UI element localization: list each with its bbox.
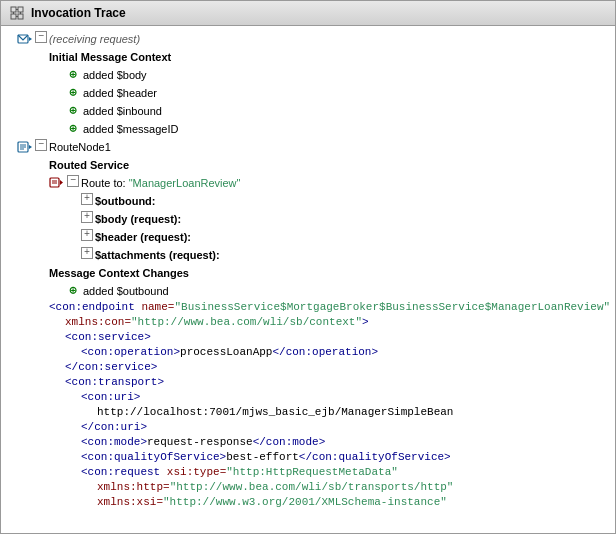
initial-message-context-header: Initial Message Context: [1, 48, 615, 66]
xml-line-2: xmlns:con="http://www.bea.com/wli/sb/con…: [49, 315, 615, 330]
trace-content[interactable]: − (receiving request) Initial Message Co…: [1, 26, 615, 533]
xml-line-13: xmlns:http="http://www.bea.com/wli/sb/tr…: [49, 480, 615, 495]
svg-marker-9: [29, 37, 32, 41]
routenode1-label: RouteNode1: [49, 139, 111, 155]
attachments-request-label: $attachments (request):: [95, 247, 220, 263]
added-outbound-label: added $outbound: [83, 283, 169, 299]
toggle-header-request[interactable]: +: [81, 229, 93, 241]
msg-context-changes-label: Message Context Changes: [49, 265, 189, 281]
header-request-label: $header (request):: [95, 229, 191, 245]
attachments-request-row[interactable]: + $attachments (request):: [1, 246, 615, 264]
collapse-root[interactable]: −: [35, 31, 47, 43]
xml-line-12: <con:request xsi:type="http:HttpRequestM…: [49, 465, 615, 480]
routed-service-label: Routed Service: [49, 157, 129, 173]
added-outbound-row[interactable]: ⊕ added $outbound: [1, 282, 615, 300]
xml-line-3: <con:service>: [49, 330, 615, 345]
added-body-row: ⊕ added $body: [1, 66, 615, 84]
added-header-label: added $header: [83, 85, 157, 101]
collapse-routenode1[interactable]: −: [35, 139, 47, 151]
xml-line-14: xmlns:xsi="http://www.w3.org/2001/XMLSch…: [49, 495, 615, 510]
xml-line-5: </con:service>: [49, 360, 615, 375]
svg-marker-18: [60, 180, 63, 185]
toggle-attachments-request[interactable]: +: [81, 247, 93, 259]
xml-line-11: <con:qualityOfService>best-effort</con:q…: [49, 450, 615, 465]
header-request-row[interactable]: + $header (request):: [1, 228, 615, 246]
receiving-icon: [17, 31, 33, 47]
collapse-routeto[interactable]: −: [67, 175, 79, 187]
xml-line-6: <con:transport>: [49, 375, 615, 390]
xml-line-9: </con:uri>: [49, 420, 615, 435]
added-messageid-row: ⊕ added $messageID: [1, 120, 615, 138]
routenode-icon: [17, 139, 33, 155]
svg-rect-2: [11, 14, 16, 19]
added-body-label: added $body: [83, 67, 147, 83]
body-request-label: $body (request):: [95, 211, 181, 227]
svg-rect-1: [18, 7, 23, 12]
plus-icon-header: ⊕: [65, 85, 81, 101]
route-to-label: Route to: "ManagerLoanReview": [81, 175, 240, 191]
xml-line-4: <con:operation>processLoanApp</con:opera…: [49, 345, 615, 360]
routed-service-header: Routed Service: [1, 156, 615, 174]
invocation-trace-window: Invocation Trace − (receiving request) I…: [0, 0, 616, 534]
title-bar: Invocation Trace: [1, 1, 615, 26]
outbound-label: $outbound:: [95, 193, 155, 209]
svg-marker-14: [29, 145, 32, 149]
plus-icon-inbound: ⊕: [65, 103, 81, 119]
xml-line-8: http://localhost:7001/mjws_basic_ejb/Man…: [49, 405, 615, 420]
route-to-icon: [49, 175, 65, 191]
added-inbound-row: ⊕ added $inbound: [1, 102, 615, 120]
root-label: (receiving request): [49, 31, 140, 47]
xml-line-10: <con:mode>request-response</con:mode>: [49, 435, 615, 450]
added-header-row: ⊕ added $header: [1, 84, 615, 102]
plus-icon-body: ⊕: [65, 67, 81, 83]
svg-rect-0: [11, 7, 16, 12]
window-title: Invocation Trace: [31, 6, 126, 20]
toggle-outbound[interactable]: +: [81, 193, 93, 205]
msg-context-changes-header: Message Context Changes: [1, 264, 615, 282]
xml-line-1: <con:endpoint name="BusinessService$Mort…: [49, 300, 615, 315]
root-node[interactable]: − (receiving request): [1, 30, 615, 48]
outbound-row[interactable]: + $outbound:: [1, 192, 615, 210]
route-to-row[interactable]: − Route to: "ManagerLoanReview": [1, 174, 615, 192]
body-request-row[interactable]: + $body (request):: [1, 210, 615, 228]
routenode1-row[interactable]: − RouteNode1: [1, 138, 615, 156]
toggle-body-request[interactable]: +: [81, 211, 93, 223]
plus-icon-messageid: ⊕: [65, 121, 81, 137]
svg-rect-3: [18, 14, 23, 19]
initial-message-context-label: Initial Message Context: [49, 49, 171, 65]
xml-content: <con:endpoint name="BusinessService$Mort…: [1, 300, 615, 510]
plus-icon-outbound: ⊕: [65, 283, 81, 299]
added-inbound-label: added $inbound: [83, 103, 162, 119]
xml-line-7: <con:uri>: [49, 390, 615, 405]
title-bar-icon: [9, 5, 25, 21]
added-messageid-label: added $messageID: [83, 121, 178, 137]
